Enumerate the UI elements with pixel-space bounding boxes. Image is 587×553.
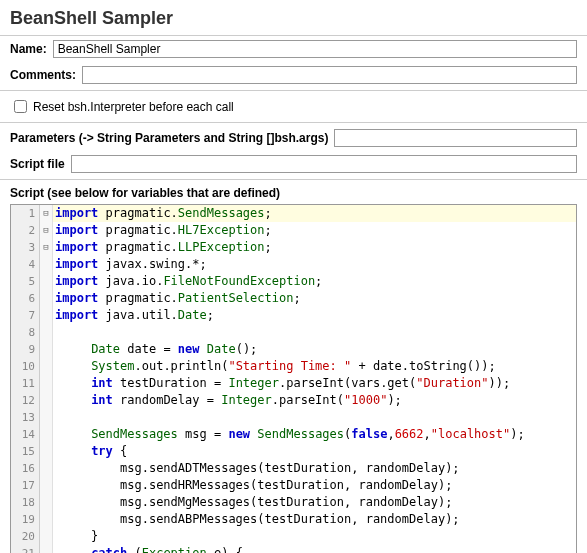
code-line[interactable]: import javax.swing.*; (53, 256, 576, 273)
code-line[interactable]: import java.util.Date; (53, 307, 576, 324)
script-file-label: Script file (10, 157, 65, 171)
code-line[interactable]: SendMessages msg = new SendMessages(fals… (53, 426, 576, 443)
code-line[interactable]: msg.sendMgMessages(testDuration, randomD… (53, 494, 576, 511)
code-line[interactable]: import pragmatic.HL7Exception; (53, 222, 576, 239)
reset-interpreter-label: Reset bsh.Interpreter before each call (33, 100, 234, 114)
script-file-input[interactable] (71, 155, 577, 173)
comments-input[interactable] (82, 66, 577, 84)
name-input[interactable] (53, 40, 577, 58)
code-line[interactable]: msg.sendABPMessages(testDuration, random… (53, 511, 576, 528)
parameters-label: Parameters (-> String Parameters and Str… (10, 131, 328, 145)
code-line[interactable]: import java.io.FileNotFoundException; (53, 273, 576, 290)
code-line[interactable]: Date date = new Date(); (53, 341, 576, 358)
code-area[interactable]: import pragmatic.SendMessages;import pra… (53, 205, 576, 553)
code-line[interactable]: try { (53, 443, 576, 460)
code-line[interactable]: import pragmatic.LLPException; (53, 239, 576, 256)
script-editor[interactable]: 123456789101112131415161718192021222324 … (10, 204, 577, 553)
code-line[interactable]: msg.sendHRMessages(testDuration, randomD… (53, 477, 576, 494)
fold-column[interactable]: ⊟⊟⊟ (40, 205, 53, 553)
code-line[interactable]: } (53, 528, 576, 545)
comments-label: Comments: (10, 68, 76, 82)
name-label: Name: (10, 42, 47, 56)
code-line[interactable]: int randomDelay = Integer.parseInt("1000… (53, 392, 576, 409)
parameters-input[interactable] (334, 129, 577, 147)
script-label: Script (see below for variables that are… (10, 186, 280, 200)
code-line[interactable]: msg.sendADTMessages(testDuration, random… (53, 460, 576, 477)
code-line[interactable] (53, 409, 576, 426)
code-line[interactable] (53, 324, 576, 341)
page-title: BeanShell Sampler (0, 0, 587, 36)
code-line[interactable]: int testDuration = Integer.parseInt(vars… (53, 375, 576, 392)
line-gutter: 123456789101112131415161718192021222324 (11, 205, 40, 553)
code-line[interactable]: catch (Exception e) { (53, 545, 576, 553)
reset-interpreter-checkbox[interactable] (14, 100, 27, 113)
code-line[interactable]: System.out.println("Starting Time: " + d… (53, 358, 576, 375)
code-line[interactable]: import pragmatic.PatientSelection; (53, 290, 576, 307)
code-line[interactable]: import pragmatic.SendMessages; (53, 205, 576, 222)
